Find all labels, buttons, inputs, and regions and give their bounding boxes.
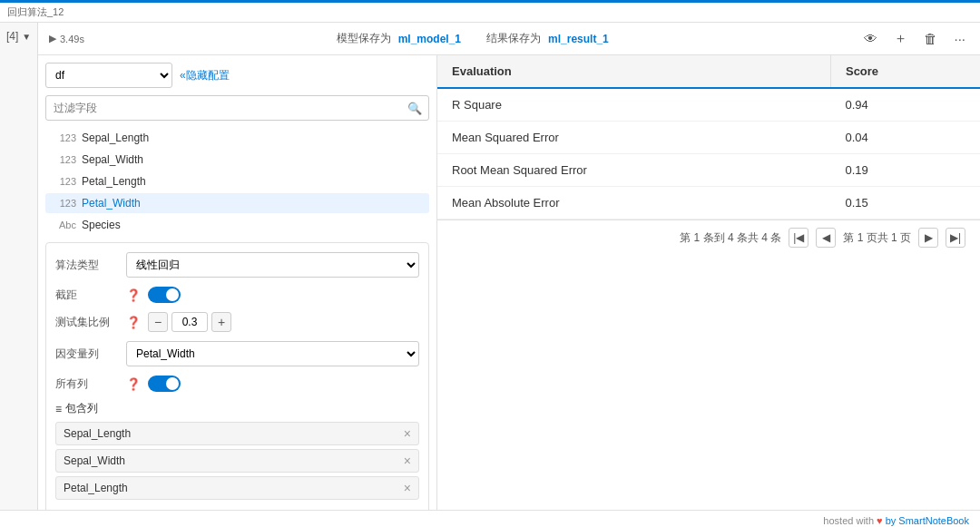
all-columns-row: 所有列 ❓ <box>55 376 419 392</box>
field-item-petal-length[interactable]: 123 Petal_Length <box>45 171 429 191</box>
include-item-petal-length: Petal_Length × <box>55 476 419 500</box>
df-selector-row: df «隐藏配置 <box>45 63 429 88</box>
field-item-petal-width[interactable]: 123 Petal_Width <box>45 193 429 213</box>
cell-index[interactable]: [4] ▼ <box>6 30 31 43</box>
all-columns-toggle[interactable] <box>148 376 181 392</box>
include-list: Sepal_Length × Sepal_Width × Petal_Lengt… <box>55 422 419 500</box>
chevron-down-icon: ▼ <box>22 32 31 42</box>
table-row: R Square 0.94 <box>437 88 980 122</box>
df-dropdown[interactable]: df <box>45 63 172 88</box>
table-row: Mean Squared Error 0.04 <box>437 122 980 154</box>
prev-page-button[interactable]: ◀ <box>816 228 836 248</box>
remove-sepal-length-button[interactable]: × <box>404 426 411 441</box>
field-type-label: 123 <box>51 176 76 187</box>
remove-sepal-width-button[interactable]: × <box>404 454 411 468</box>
hide-config-button[interactable]: «隐藏配置 <box>180 68 230 83</box>
search-icon: 🔍 <box>407 102 422 115</box>
metric-cell: Root Mean Squared Error <box>437 154 830 187</box>
score-cell: 0.04 <box>830 122 980 154</box>
field-name-label: Sepal_Length <box>82 132 149 144</box>
run-status: ▶ 3.49s <box>49 33 84 44</box>
score-cell: 0.94 <box>830 88 980 122</box>
footer: hosted with ♥ by SmartNoteBook <box>0 510 980 527</box>
var-column-select[interactable]: Petal_Width <box>126 341 419 366</box>
field-item-species[interactable]: Abc Species <box>45 215 429 235</box>
col-header-evaluation: Evaluation <box>437 55 830 88</box>
field-type-label: 123 <box>51 198 76 209</box>
left-panel: [4] ▼ <box>0 23 38 510</box>
field-name-label: Sepal_Width <box>82 153 143 166</box>
help-icon-3: ❓ <box>126 377 141 391</box>
help-icon: ❓ <box>126 288 141 302</box>
toolbar-actions: 👁 ＋ 🗑 ··· <box>860 28 969 49</box>
toggle-track-2 <box>148 376 181 392</box>
field-item-sepal-width[interactable]: 123 Sepal_Width <box>45 150 429 170</box>
toggle-thumb-2 <box>166 377 179 390</box>
include-item-sepal-length: Sepal_Length × <box>55 422 419 445</box>
by-text: by SmartNoteBook <box>886 515 969 526</box>
first-page-button[interactable]: |◀ <box>789 228 808 248</box>
heart-icon: ♥ <box>877 515 883 526</box>
score-cell: 0.19 <box>830 154 980 187</box>
intercept-label: 截距 <box>55 288 119 303</box>
stepper-minus-button[interactable]: − <box>148 312 168 332</box>
score-cell: 0.15 <box>830 187 980 220</box>
page-info: 第 1 页共 1 页 <box>843 230 911 246</box>
intercept-row: 截距 ❓ <box>55 287 419 303</box>
next-page-button[interactable]: ▶ <box>918 228 938 248</box>
content-area: ▶ 3.49s 模型保存为 ml_model_1 结果保存为 ml_result… <box>38 23 980 510</box>
include-section-title: ≡ 包含列 <box>55 401 419 416</box>
remove-petal-length-button[interactable]: × <box>404 481 411 495</box>
node-content: df «隐藏配置 🔍 123 Sepal_Length 123 <box>38 55 980 510</box>
test-ratio-stepper: − + <box>148 312 231 332</box>
eye-icon[interactable]: 👁 <box>860 29 881 48</box>
results-panel: Evaluation Score R Square 0.94 Mean Squa… <box>437 55 980 510</box>
title-text: 回归算法_12 <box>7 5 64 19</box>
toggle-thumb <box>166 288 179 301</box>
field-name-label: Species <box>82 219 121 231</box>
col-header-score: Score <box>830 55 980 88</box>
field-item-sepal-length[interactable]: 123 Sepal_Length <box>45 128 429 148</box>
include-section: ≡ 包含列 Sepal_Length × Sepal_Width × <box>55 401 419 500</box>
table-row: Root Mean Squared Error 0.19 <box>437 154 980 187</box>
test-ratio-input[interactable] <box>172 312 208 332</box>
help-icon-2: ❓ <box>126 316 141 329</box>
field-type-label: 123 <box>51 154 76 165</box>
all-columns-label: 所有列 <box>55 376 119 392</box>
results-table: Evaluation Score R Square 0.94 Mean Squa… <box>437 55 980 220</box>
toolbar: ▶ 3.49s 模型保存为 ml_model_1 结果保存为 ml_result… <box>38 23 980 55</box>
var-column-label: 因变量列 <box>55 346 119 362</box>
field-type-label: 123 <box>51 132 76 143</box>
field-name-label: Petal_Length <box>82 175 146 188</box>
filter-input[interactable] <box>45 95 429 121</box>
include-item-sepal-width: Sepal_Width × <box>55 449 419 473</box>
trash-icon[interactable]: 🗑 <box>920 29 941 48</box>
field-type-label: Abc <box>51 220 76 230</box>
metric-cell: Mean Absolute Error <box>437 187 830 220</box>
algorithm-select[interactable]: 线性回归 <box>126 252 419 278</box>
var-column-row: 因变量列 Petal_Width <box>55 341 419 366</box>
stepper-plus-button[interactable]: + <box>211 312 231 332</box>
config-form: 算法类型 线性回归 截距 ❓ <box>45 242 429 510</box>
pagination: 第 1 条到 4 条共 4 条 |◀ ◀ 第 1 页共 1 页 ▶ ▶| <box>437 220 980 255</box>
play-icon: ▶ <box>49 33 56 44</box>
test-ratio-label: 测试集比例 <box>55 315 119 330</box>
hosted-text: hosted with <box>823 515 874 526</box>
toolbar-center: 模型保存为 ml_model_1 结果保存为 ml_result_1 <box>92 31 854 46</box>
test-ratio-row: 测试集比例 ❓ − + <box>55 312 419 332</box>
algorithm-label: 算法类型 <box>55 258 119 273</box>
exclude-section-title: ≡ 排除列 <box>55 509 419 510</box>
field-list: 123 Sepal_Length 123 Sepal_Width 123 Pet… <box>45 128 429 235</box>
metric-cell: Mean Squared Error <box>437 122 830 154</box>
title-bar: 回归算法_12 <box>0 3 980 23</box>
exclude-section: ≡ 排除列 拖动字段至排除列 <box>55 509 419 510</box>
more-icon[interactable]: ··· <box>950 29 969 48</box>
toggle-track <box>148 287 181 303</box>
table-row: Mean Absolute Error 0.15 <box>437 187 980 220</box>
last-page-button[interactable]: ▶| <box>946 228 965 248</box>
filter-row: 🔍 <box>45 95 429 121</box>
pagination-info: 第 1 条到 4 条共 4 条 <box>680 230 781 246</box>
add-icon[interactable]: ＋ <box>890 28 911 49</box>
intercept-toggle[interactable] <box>148 287 181 303</box>
algorithm-row: 算法类型 线性回归 <box>55 252 419 278</box>
